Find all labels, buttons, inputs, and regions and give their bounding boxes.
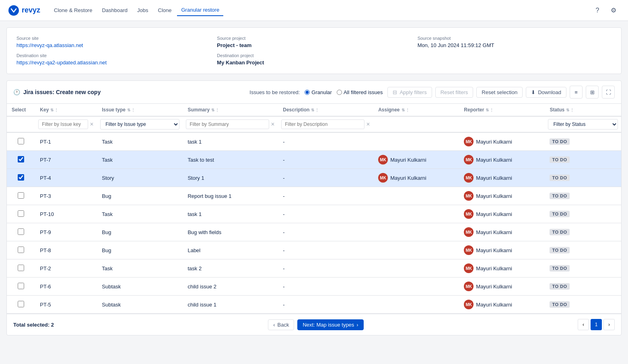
row-status: TO DO xyxy=(545,205,621,223)
row-checkbox-cell xyxy=(7,241,35,259)
row-status: TO DO xyxy=(545,259,621,278)
row-status: TO DO xyxy=(545,187,621,205)
filter-toggle-button[interactable]: ≡ xyxy=(570,86,583,99)
row-assignee: MKMayuri Kulkarni xyxy=(373,169,459,187)
status-badge: TO DO xyxy=(550,301,569,308)
filter-issue-key-input[interactable] xyxy=(38,119,88,129)
row-status: TO DO xyxy=(545,278,621,296)
menu-icon[interactable]: ⋮ xyxy=(570,108,574,112)
radio-all-input[interactable] xyxy=(337,90,342,95)
row-checkbox[interactable] xyxy=(18,156,24,162)
nav-granular-restore[interactable]: Granular restore xyxy=(177,4,223,16)
sort-icon[interactable]: ⇅ xyxy=(402,108,405,112)
settings-button[interactable]: ⚙ xyxy=(607,4,620,17)
reporter-name: Mayuri Kulkarni xyxy=(476,302,512,308)
row-checkbox[interactable] xyxy=(18,138,24,144)
radio-all-label: All filtered issues xyxy=(344,89,383,95)
apply-filters-button[interactable]: ⊟ Apply filters xyxy=(387,87,432,98)
filter-row: ✕ Filter by Issue type ✕ xyxy=(7,116,621,132)
row-summary: task 1 xyxy=(183,205,278,223)
radio-all[interactable]: All filtered issues xyxy=(337,89,383,95)
source-project-label: Source project xyxy=(217,36,411,41)
back-button[interactable]: ‹ Back xyxy=(268,319,294,330)
nav-clone-restore[interactable]: Clone & Restore xyxy=(50,5,96,16)
row-status: TO DO xyxy=(545,132,621,151)
row-checkbox[interactable] xyxy=(18,228,24,235)
reporter-avatar: MK xyxy=(464,155,474,165)
row-key: PT-8 xyxy=(35,241,97,259)
row-issue-type: Task xyxy=(97,259,183,278)
restore-options: Issues to be restored: Granular All filt… xyxy=(249,89,383,95)
menu-icon[interactable]: ⋮ xyxy=(406,108,410,112)
table-row: PT-7 Task Task to test - MKMayuri Kulkar… xyxy=(7,151,621,169)
sort-icon[interactable]: ⇅ xyxy=(311,108,314,112)
row-description: - xyxy=(278,278,373,296)
reset-selection-button[interactable]: Reset selection xyxy=(476,87,523,98)
row-checkbox[interactable] xyxy=(18,265,24,271)
reporter-avatar: MK xyxy=(464,227,474,237)
menu-icon[interactable]: ⋮ xyxy=(490,108,494,112)
row-checkbox[interactable] xyxy=(18,283,24,289)
table-row: PT-1 Task task 1 - MK Mayuri Kulkarni TO… xyxy=(7,132,621,151)
filter-issue-type-select[interactable]: Filter by Issue type xyxy=(100,119,179,130)
menu-icon[interactable]: ⋮ xyxy=(315,108,319,112)
row-assignee xyxy=(373,241,459,259)
row-checkbox[interactable] xyxy=(18,247,24,253)
table-body: PT-1 Task task 1 - MK Mayuri Kulkarni TO… xyxy=(7,132,621,314)
filter-summary-input[interactable] xyxy=(186,119,269,129)
sort-icon[interactable]: ⇅ xyxy=(211,108,214,112)
row-checkbox[interactable] xyxy=(18,301,24,307)
source-site-url[interactable]: https://revyz-qa.atlassian.net xyxy=(16,42,210,48)
row-issue-type: Subtask xyxy=(97,278,183,296)
th-summary: Summary ⇅ ⋮ xyxy=(183,104,278,116)
filter-key-clear[interactable]: ✕ xyxy=(90,121,94,127)
reset-filters-button[interactable]: Reset filters xyxy=(435,87,474,98)
row-checkbox[interactable] xyxy=(18,174,24,181)
reporter-name: Mayuri Kulkarni xyxy=(476,265,512,271)
filter-icon: ⊟ xyxy=(393,89,397,95)
status-badge: TO DO xyxy=(550,283,569,290)
row-summary: Report bug issue 1 xyxy=(183,187,278,205)
status-badge: TO DO xyxy=(550,247,569,253)
radio-granular[interactable]: Granular xyxy=(305,89,332,95)
nav-right: ? ⚙ xyxy=(591,4,620,17)
prev-page-button[interactable]: ‹ xyxy=(578,319,589,330)
row-reporter: MK Mayuri Kulkarni xyxy=(459,151,545,169)
menu-icon[interactable]: ⋮ xyxy=(131,108,135,112)
nav-dashboard[interactable]: Dashboard xyxy=(98,5,132,16)
reporter-name: Mayuri Kulkarni xyxy=(476,157,512,163)
row-summary: task 1 xyxy=(183,132,278,151)
table-row: PT-8 Bug Label - MK Mayuri Kulkarni TO D… xyxy=(7,241,621,259)
menu-icon[interactable]: ⋮ xyxy=(215,108,219,112)
row-reporter: MK Mayuri Kulkarni xyxy=(459,205,545,223)
help-button[interactable]: ? xyxy=(591,4,604,17)
row-key: PT-6 xyxy=(35,278,97,296)
fullscreen-button[interactable]: ⛶ xyxy=(602,86,615,99)
sort-icon[interactable]: ⇅ xyxy=(566,108,569,112)
menu-icon[interactable]: ⋮ xyxy=(54,108,58,112)
filter-status-select[interactable]: Filter by Status xyxy=(548,119,618,130)
page-1-button[interactable]: 1 xyxy=(591,319,602,330)
row-checkbox[interactable] xyxy=(18,210,24,217)
nav-jobs[interactable]: Jobs xyxy=(133,5,152,16)
filter-summary-clear[interactable]: ✕ xyxy=(271,121,275,127)
main-panel: 🕐 Jira issues: Create new copy Issues to… xyxy=(6,80,622,335)
sort-icon[interactable]: ⇅ xyxy=(486,108,489,112)
info-panel: Source site https://revyz-qa.atlassian.n… xyxy=(6,27,622,74)
radio-granular-input[interactable] xyxy=(305,90,310,95)
row-issue-type: Task xyxy=(97,132,183,151)
next-page-button[interactable]: › xyxy=(603,319,615,330)
nav-clone[interactable]: Clone xyxy=(154,5,176,16)
sort-icon[interactable]: ⇅ xyxy=(50,108,54,112)
destination-site-url[interactable]: https://revyz-qa2-updated.atlassian.net xyxy=(16,60,210,66)
sort-icon[interactable]: ⇅ xyxy=(127,108,130,112)
filter-description-input[interactable] xyxy=(281,119,364,129)
columns-button[interactable]: ⊞ xyxy=(586,86,599,99)
download-button[interactable]: ⬇ Download xyxy=(526,87,566,98)
filter-desc-clear[interactable]: ✕ xyxy=(366,121,370,127)
logo[interactable]: revyz xyxy=(8,5,40,16)
row-reporter: MK Mayuri Kulkarni xyxy=(459,169,545,187)
reporter-avatar: MK xyxy=(464,191,474,201)
next-button[interactable]: Next: Map issue types › xyxy=(297,319,363,330)
row-checkbox[interactable] xyxy=(18,192,24,199)
